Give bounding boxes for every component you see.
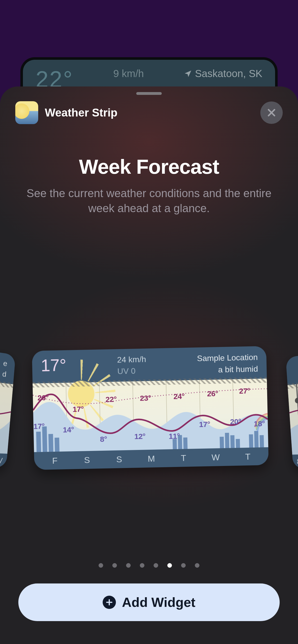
sheet-header: Weather Strip <box>15 101 283 124</box>
location-arrow-icon <box>184 69 192 78</box>
page-indicator[interactable] <box>0 563 298 568</box>
add-widget-label: Add Widget <box>122 595 195 610</box>
preview-low-1: 14° <box>63 425 74 434</box>
svg-rect-16 <box>236 439 240 448</box>
app-icon <box>15 101 38 124</box>
preview-low-5: 17° <box>199 420 210 429</box>
prev-chart <box>0 372 13 453</box>
preview-low-7: 18° <box>254 419 265 428</box>
page-dot[interactable] <box>195 563 199 568</box>
svg-rect-14 <box>225 433 229 448</box>
sheet-grabber[interactable] <box>136 92 162 95</box>
preview-high-4: 24° <box>173 392 185 401</box>
svg-point-21 <box>295 398 298 404</box>
widget-subtitle: See the current weather conditions and t… <box>23 186 275 216</box>
preview-day-1: S <box>71 455 103 465</box>
preview-high-5: 26° <box>207 389 219 398</box>
page-dot[interactable] <box>154 563 158 568</box>
svg-rect-15 <box>230 435 235 448</box>
next-chart <box>288 375 298 455</box>
page-dot[interactable] <box>181 563 186 568</box>
widget-title: Week Forecast <box>0 155 298 179</box>
bg-wind: 9 km/h <box>113 68 144 79</box>
page-dot[interactable] <box>126 563 131 568</box>
widget-preview-next[interactable]: 8 <box>286 344 298 469</box>
preview-low-4: 11° <box>169 432 180 441</box>
close-icon <box>266 108 277 118</box>
preview-low-3: 12° <box>134 432 146 441</box>
next-footer-partial: 8 <box>296 455 298 466</box>
preview-low-2: 8° <box>100 435 107 444</box>
app-name: Weather Strip <box>45 106 117 119</box>
plus-icon <box>103 596 116 609</box>
preview-chart: 26° 17° 22° 23° 24° 26° 27° 17° 14° 8° 1… <box>33 378 268 452</box>
widget-preview-prev[interactable]: e d V <box>0 340 16 468</box>
add-widget-button[interactable]: Add Widget <box>18 583 280 621</box>
preview-humidity: a bit humid <box>197 363 258 376</box>
preview-day-6: T <box>232 451 264 462</box>
preview-right: Sample Location a bit humid <box>197 351 258 376</box>
svg-rect-8 <box>48 434 53 452</box>
page-dot[interactable] <box>140 563 144 568</box>
bg-location-text: Saskatoon, SK <box>195 68 262 79</box>
svg-rect-17 <box>249 434 253 448</box>
prev-footer-partial: V <box>0 452 3 465</box>
preview-uv: UV 0 <box>117 365 146 377</box>
svg-rect-13 <box>220 437 224 448</box>
prev-partial-text: e d <box>2 358 8 380</box>
widget-size-carousel[interactable]: e d V 17° 24 km/h UV 0 <box>0 341 298 476</box>
page-dot[interactable] <box>99 563 103 568</box>
preview-day-3: M <box>135 453 168 464</box>
svg-rect-9 <box>55 438 59 452</box>
svg-rect-19 <box>260 435 264 447</box>
widget-preview-week-forecast[interactable]: 17° 24 km/h UV 0 Sample Location a bit h… <box>32 346 269 470</box>
preview-wind: 24 km/h <box>117 354 146 365</box>
svg-rect-12 <box>183 437 187 449</box>
preview-low-6: 20° <box>230 417 241 426</box>
svg-rect-6 <box>36 432 41 452</box>
preview-day-5: W <box>199 452 232 463</box>
preview-mid: 24 km/h UV 0 <box>117 354 146 377</box>
preview-day-0: F <box>39 455 71 466</box>
preview-high-2: 22° <box>105 395 117 404</box>
svg-rect-18 <box>254 431 259 447</box>
page-dot[interactable] <box>167 563 172 568</box>
page-dot[interactable] <box>112 563 117 568</box>
preview-high-6: 27° <box>239 387 250 396</box>
bg-location: Saskatoon, SK <box>184 68 262 79</box>
preview-low-0: 17° <box>33 422 45 431</box>
widget-picker-sheet: Weather Strip Week Forecast See the curr… <box>0 86 298 644</box>
preview-high-1: 17° <box>73 405 84 414</box>
preview-location: Sample Location <box>197 351 258 364</box>
preview-high-0: 26° <box>37 393 49 402</box>
preview-day-2: S <box>103 454 135 465</box>
preview-day-4: T <box>167 452 200 463</box>
preview-high-3: 23° <box>140 394 151 403</box>
close-button[interactable] <box>260 101 283 124</box>
